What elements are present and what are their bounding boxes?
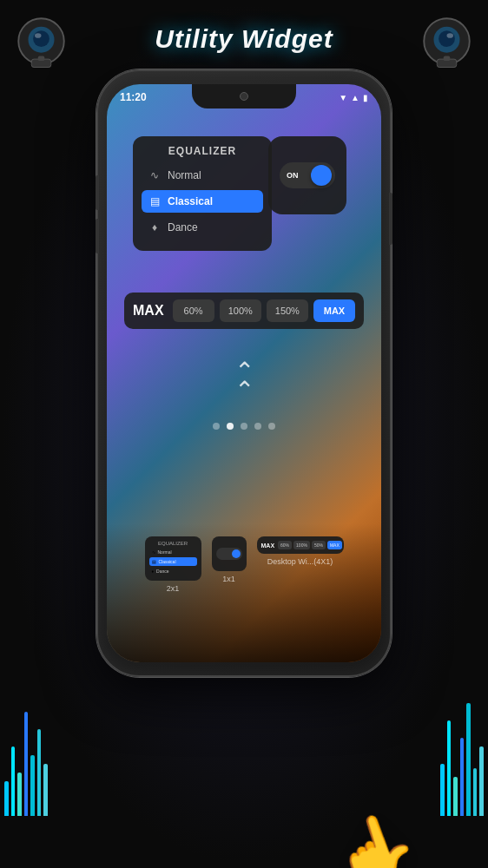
toggle-knob: [311, 165, 332, 186]
svg-point-9: [447, 33, 454, 38]
eq-bar-7: [43, 764, 48, 816]
preview-1x1-label: 1x1: [222, 575, 235, 583]
preview-2x1-label: 2x1: [167, 584, 180, 593]
dot-4[interactable]: [254, 423, 261, 430]
equalizer-widget[interactable]: EQUALIZER ∿ Normal ▤ Classical ♦ Dance: [133, 136, 272, 251]
toggle-widget[interactable]: ON: [268, 136, 346, 214]
eq-bar-1: [4, 781, 9, 816]
dot-2[interactable]: [227, 423, 234, 430]
mini-max-widget: MAX 60% 100% 50% MAX: [257, 536, 344, 554]
chevron-up-icon-2: ⌃: [234, 381, 254, 400]
max-btn-60[interactable]: 60%: [173, 299, 214, 322]
dot-3[interactable]: [241, 423, 247, 430]
mini-eq-dance: ♦ Dance: [149, 567, 197, 575]
normal-icon: ∿: [148, 169, 161, 181]
mini-toggle-switch: [216, 548, 242, 560]
dot-1[interactable]: [213, 423, 220, 430]
preview-desktop-label: Desktop Wi...(4X1): [267, 557, 333, 566]
mini-eq-widget: EQUALIZER ∿ Normal ▤ Classical ♦ Dance: [145, 536, 201, 581]
app-title: Utility Widget: [155, 24, 333, 54]
dance-label: Dance: [168, 221, 198, 233]
eq-bar-6: [37, 729, 42, 816]
phone-screen: 11:20 ▼ ▲ ▮ EQUALIZER ∿ Normal ▤ Classic…: [107, 84, 381, 662]
bottom-preview: EQUALIZER ∿ Normal ▤ Classical ♦ Dance 2…: [107, 523, 381, 662]
preview-1x1[interactable]: 1x1: [212, 536, 247, 583]
mini-eq-title: EQUALIZER: [149, 541, 197, 546]
eq-bar-r1: [440, 764, 445, 816]
mini-eq-classical: ▤ Classical: [149, 557, 197, 566]
preview-2x1[interactable]: EQUALIZER ∿ Normal ▤ Classical ♦ Dance 2…: [145, 536, 201, 593]
eq-item-normal[interactable]: ∿ Normal: [142, 164, 263, 187]
wifi-icon: ▼: [339, 93, 347, 102]
eq-bar-5: [30, 755, 35, 816]
battery-icon: ▮: [363, 93, 368, 102]
mini-dance-icon: ♦: [152, 569, 155, 574]
mini-normal-icon: ∿: [152, 549, 155, 555]
eq-item-classical[interactable]: ▤ Classical: [142, 190, 263, 213]
eq-bars-left: [0, 642, 48, 816]
status-icons: ▼ ▲ ▮: [339, 93, 368, 102]
spotlight-right-icon: [410, 9, 479, 78]
spotlight-left-icon: [9, 9, 78, 78]
volume-down-button: [96, 219, 99, 253]
dance-icon: ♦: [148, 221, 161, 233]
toggle-switch[interactable]: ON: [280, 162, 335, 188]
mini-toggle-knob: [232, 549, 241, 558]
mini-classical-label: Classical: [159, 559, 176, 564]
mini-max-150: 50%: [312, 541, 326, 549]
max-btn-150[interactable]: 150%: [267, 299, 308, 322]
mini-eq-normal: ∿ Normal: [149, 548, 197, 556]
mini-max-row: MAX 60% 100% 50% MAX: [261, 541, 340, 549]
mini-max-label: MAX: [261, 542, 275, 549]
eq-bars-right: [440, 642, 488, 816]
svg-point-3: [35, 33, 42, 38]
classical-icon: ▤: [148, 195, 161, 207]
eq-item-dance[interactable]: ♦ Dance: [142, 216, 263, 239]
mini-normal-label: Normal: [158, 549, 172, 555]
eq-bar-r5: [466, 703, 471, 816]
equalizer-title: EQUALIZER: [142, 145, 263, 157]
dots-indicator: [213, 423, 275, 430]
eq-bar-2: [11, 746, 16, 816]
signal-icon: ▲: [351, 93, 359, 102]
dot-5[interactable]: [268, 423, 275, 430]
eq-bar-4: [24, 712, 29, 816]
max-label: MAX: [133, 303, 164, 319]
max-btn-100[interactable]: 100%: [220, 299, 261, 322]
svg-point-2: [33, 30, 49, 47]
eq-bar-r7: [479, 746, 484, 816]
eq-bar-3: [17, 773, 22, 816]
svg-rect-11: [444, 56, 451, 61]
toggle-on-label: ON: [287, 171, 299, 180]
mini-max-100: 100%: [293, 541, 310, 549]
mini-classical-icon: ▤: [152, 559, 156, 564]
mini-max-max: MAX: [327, 541, 342, 549]
svg-rect-5: [38, 56, 45, 61]
mini-toggle-widget: [212, 536, 247, 571]
eq-bar-r3: [453, 777, 458, 816]
svg-point-8: [439, 30, 455, 47]
eq-bar-r2: [447, 720, 452, 816]
volume-button: [96, 175, 99, 210]
status-bar: 11:20 ▼ ▲ ▮: [120, 89, 368, 106]
mini-max-60: 60%: [278, 541, 292, 549]
mini-dance-label: Dance: [156, 569, 168, 574]
chevron-up[interactable]: ⌃ ⌃: [234, 362, 254, 400]
max-btn-max[interactable]: MAX: [313, 299, 355, 322]
eq-bar-r4: [460, 738, 465, 816]
status-time: 11:20: [120, 91, 147, 103]
preview-desktop[interactable]: MAX 60% 100% 50% MAX Desktop Wi...(4X1): [257, 536, 344, 566]
classical-label: Classical: [168, 195, 213, 207]
phone-frame: 11:20 ▼ ▲ ▮ EQUALIZER ∿ Normal ▤ Classic…: [96, 69, 392, 677]
normal-label: Normal: [168, 169, 201, 181]
power-button: [389, 193, 392, 245]
max-widget[interactable]: MAX 60% 100% 150% MAX: [124, 293, 364, 329]
eq-bar-r6: [473, 768, 478, 816]
